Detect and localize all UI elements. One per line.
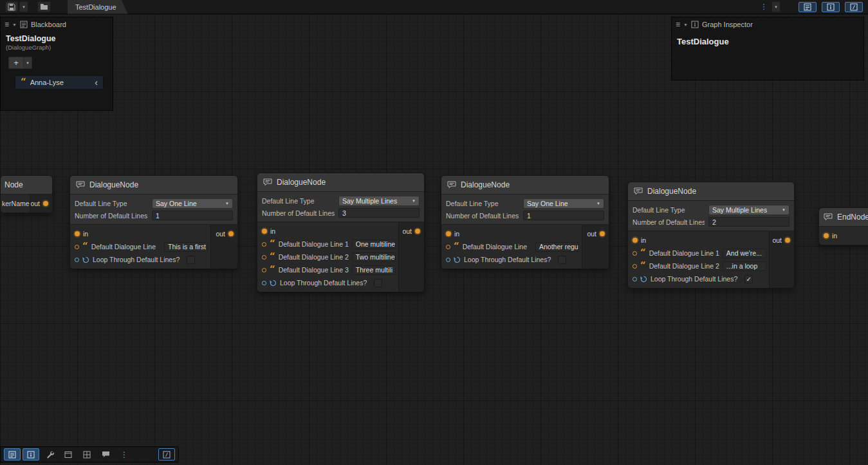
loop-icon bbox=[640, 276, 647, 283]
in-port-label: in bbox=[641, 236, 646, 244]
line-label: Default Dialogue Line 1 bbox=[279, 240, 349, 248]
blackboard-header[interactable]: ≡ ▼ Blackboard bbox=[1, 17, 113, 32]
line-type-dropdown[interactable]: Say Multiple Lines ▼ bbox=[708, 205, 790, 215]
dialogue-line-port[interactable] bbox=[75, 245, 79, 249]
add-property-dropdown[interactable]: ▼ bbox=[24, 57, 32, 69]
dialogue-line-port[interactable] bbox=[633, 264, 637, 269]
code-panel-button[interactable] bbox=[158, 448, 175, 460]
in-port-label: in bbox=[832, 232, 837, 240]
loop-icon bbox=[270, 280, 277, 287]
grid-panel-button[interactable] bbox=[78, 448, 95, 460]
line-type-dropdown[interactable]: Say One Line ▼ bbox=[523, 198, 604, 209]
prop-label: Default Line Type bbox=[262, 197, 335, 205]
line-type-dropdown[interactable]: Say Multiple Lines ▼ bbox=[338, 196, 420, 206]
save-dropdown-button[interactable]: ▼ bbox=[19, 1, 28, 12]
more-options-dropdown[interactable]: ▼ bbox=[771, 1, 780, 12]
open-folder-button[interactable] bbox=[37, 1, 51, 12]
out-port[interactable] bbox=[600, 231, 605, 236]
chevron-left-icon[interactable]: ‹ bbox=[95, 79, 98, 86]
inspector-icon bbox=[691, 21, 699, 28]
collapse-arrow-icon[interactable]: ▼ bbox=[12, 23, 17, 27]
graph-tab[interactable]: TestDialogue bbox=[68, 0, 128, 14]
node-header[interactable]: EndNode bbox=[819, 208, 868, 227]
speaker-node-partial[interactable]: Node kerName out bbox=[0, 175, 53, 213]
graph-inspector-header[interactable]: ≡ ▼ Graph Inspector bbox=[672, 17, 863, 32]
blackboard-toggle-button[interactable] bbox=[4, 448, 21, 460]
count-field[interactable]: 3 bbox=[338, 208, 420, 218]
line-value-field[interactable]: Three multili bbox=[352, 265, 396, 275]
out-port[interactable] bbox=[415, 229, 420, 234]
dialogue-line-port[interactable] bbox=[633, 251, 637, 256]
window-button[interactable] bbox=[60, 448, 77, 460]
line-value-field[interactable]: This is a first bbox=[164, 242, 208, 252]
dialogue-node-4[interactable]: DialogueNode Default Line Type Say Multi… bbox=[627, 182, 795, 289]
quote-icon: “ bbox=[21, 80, 26, 86]
dialogue-line-port[interactable] bbox=[446, 245, 450, 249]
node-header[interactable]: DialogueNode bbox=[257, 173, 424, 192]
save-button[interactable] bbox=[5, 1, 18, 12]
node-header[interactable]: DialogueNode bbox=[628, 182, 794, 201]
dialogue-node-1[interactable]: DialogueNode Default Line Type Say One L… bbox=[69, 175, 238, 269]
dialogue-line-port[interactable] bbox=[262, 255, 266, 260]
toggle-minimap-button[interactable] bbox=[845, 2, 863, 12]
in-port[interactable] bbox=[262, 229, 267, 234]
more-options-button[interactable]: ⋮ bbox=[757, 1, 770, 12]
settings-wrench-button[interactable] bbox=[41, 448, 58, 460]
count-field[interactable]: 1 bbox=[152, 211, 233, 220]
loop-label: Loop Through Default Lines? bbox=[280, 279, 367, 287]
line-value-field[interactable]: One multiline bbox=[352, 240, 396, 249]
prop-label: Number of Default Lines bbox=[75, 212, 148, 220]
line-value-field[interactable]: Two multiline bbox=[352, 252, 396, 262]
out-port[interactable] bbox=[228, 231, 234, 236]
inspector-toggle-button[interactable] bbox=[23, 448, 39, 460]
loop-port[interactable] bbox=[446, 258, 450, 262]
loop-port[interactable] bbox=[633, 277, 637, 281]
dropdown-value: Say One Line bbox=[156, 200, 223, 207]
dialogue-node-3[interactable]: DialogueNode Default Line Type Say One L… bbox=[441, 175, 609, 269]
out-port[interactable] bbox=[43, 201, 48, 206]
graph-canvas[interactable]: Node kerName out DialogueNode Default bbox=[0, 14, 868, 465]
loop-checkbox[interactable] bbox=[187, 256, 195, 264]
line-value-field[interactable]: And we're... bbox=[723, 249, 766, 258]
dialogue-line-port[interactable] bbox=[262, 242, 266, 247]
collapse-arrow-icon[interactable]: ▼ bbox=[683, 23, 688, 27]
toggle-blackboard-button[interactable] bbox=[799, 2, 817, 12]
prop-label: Number of Default Lines bbox=[633, 218, 705, 226]
in-port[interactable] bbox=[75, 231, 80, 236]
line-label: Default Dialogue Line 2 bbox=[649, 262, 719, 270]
loop-checkbox[interactable]: ✓ bbox=[744, 275, 753, 283]
node-header[interactable]: Node bbox=[1, 176, 52, 195]
node-title: DialogueNode bbox=[647, 187, 696, 196]
in-port[interactable] bbox=[446, 231, 451, 236]
count-field[interactable]: 1 bbox=[523, 211, 604, 220]
folder-icon bbox=[40, 3, 48, 10]
line-label: Default Dialogue Line bbox=[463, 243, 532, 251]
line-value-field[interactable]: ...in a loop bbox=[723, 261, 766, 271]
loop-port[interactable] bbox=[75, 258, 79, 262]
hamburger-menu-icon[interactable]: ≡ bbox=[5, 21, 9, 28]
exposed-property-anna-lyse[interactable]: “ Anna-Lyse ‹ bbox=[15, 75, 104, 90]
node-header[interactable]: DialogueNode bbox=[441, 176, 609, 195]
line-value-field[interactable]: Another regu bbox=[535, 242, 579, 252]
node-title: DialogueNode bbox=[277, 178, 326, 187]
add-property-button[interactable]: + bbox=[8, 57, 24, 69]
line-type-dropdown[interactable]: Say One Line ▼ bbox=[152, 198, 233, 209]
end-node[interactable]: EndNode in bbox=[818, 207, 868, 245]
loop-checkbox[interactable] bbox=[374, 279, 382, 287]
out-port[interactable] bbox=[785, 238, 790, 243]
count-field[interactable]: 2 bbox=[708, 217, 790, 227]
dialogue-line-port[interactable] bbox=[262, 268, 266, 272]
more-options-button[interactable]: ⋮ bbox=[116, 448, 133, 460]
dialogue-node-2[interactable]: DialogueNode Default Line Type Say Multi… bbox=[257, 173, 425, 292]
loop-port[interactable] bbox=[262, 281, 266, 285]
graph-inspector-panel: ≡ ▼ Graph Inspector TestDialogue bbox=[671, 17, 864, 81]
loop-checkbox[interactable] bbox=[558, 256, 566, 264]
node-header[interactable]: DialogueNode bbox=[70, 176, 237, 195]
toggle-inspector-button[interactable] bbox=[822, 2, 840, 12]
hamburger-menu-icon[interactable]: ≡ bbox=[676, 21, 680, 28]
quote-icon: “ bbox=[640, 251, 646, 256]
in-port[interactable] bbox=[824, 233, 829, 238]
loop-label: Loop Through Default Lines? bbox=[651, 275, 737, 283]
in-port[interactable] bbox=[633, 238, 638, 243]
dialogue-preview-button[interactable] bbox=[97, 448, 114, 460]
